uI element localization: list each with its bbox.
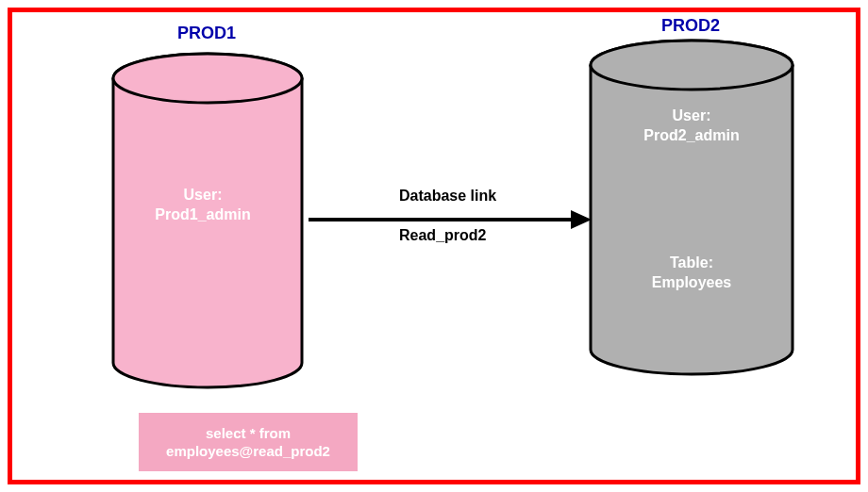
db2-user-label: User: xyxy=(673,107,711,123)
db2-user-block: User: Prod2_admin xyxy=(597,107,786,146)
db1-user-label: User: xyxy=(184,187,223,203)
db2-table-label: Table: xyxy=(670,254,713,271)
link-label-bottom: Read_prod2 xyxy=(399,227,486,244)
link-label-top: Database link xyxy=(399,188,496,205)
db2-table-block: Table: Employees xyxy=(597,254,786,293)
svg-point-3 xyxy=(591,41,793,90)
query-box: select * from employees@read_prod2 xyxy=(139,413,358,471)
db2-cylinder xyxy=(586,39,797,378)
db2-table-name: Employees xyxy=(652,274,731,290)
db2-user-name: Prod2_admin xyxy=(643,127,739,143)
db1-user-block: User: Prod1_admin xyxy=(108,186,297,225)
query-line2: employees@read_prod2 xyxy=(166,443,330,459)
svg-point-1 xyxy=(113,54,302,103)
db1-user-name: Prod1_admin xyxy=(155,206,250,222)
db1-title: PROD1 xyxy=(177,24,236,43)
svg-marker-5 xyxy=(571,210,592,229)
query-line1: select * from xyxy=(206,425,291,441)
db2-title: PROD2 xyxy=(661,16,720,36)
diagram-frame: PROD1 PROD2 User: Prod1_admin User: Prod… xyxy=(8,8,860,484)
